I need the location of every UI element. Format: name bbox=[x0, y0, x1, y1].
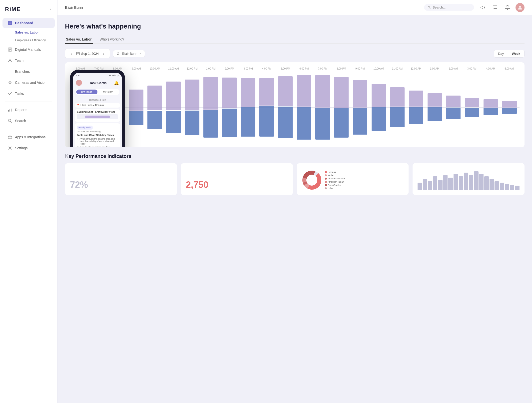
tab-sales-labor[interactable]: Sales vs. Labor bbox=[65, 35, 93, 44]
mini-bar bbox=[510, 185, 515, 190]
timeline-label: 1:00 PM bbox=[201, 67, 220, 70]
bar-top bbox=[484, 99, 498, 108]
phone-task-card: Ready mode 00:28 Hours Remaining Table a… bbox=[75, 123, 120, 147]
sidebar-item-branches[interactable]: Branches bbox=[2, 67, 55, 77]
bar-group bbox=[258, 72, 276, 142]
bell-button[interactable] bbox=[503, 3, 512, 12]
settings-icon bbox=[7, 146, 12, 151]
phone-status-bar: 9:37 ▪▪▪ WiFi ⬡ bbox=[73, 73, 122, 78]
legend-item: Asian/Pacific bbox=[325, 184, 345, 186]
megaphone-button[interactable] bbox=[478, 3, 487, 12]
bar-group bbox=[482, 72, 500, 142]
timeline-label: 7:00 PM bbox=[313, 67, 332, 70]
avatar[interactable] bbox=[516, 3, 525, 12]
timeline-label: 6:00 PM bbox=[295, 67, 314, 70]
kpi-value-2: 2,750 bbox=[186, 180, 288, 190]
megaphone-icon bbox=[480, 5, 485, 10]
sidebar-item-reports[interactable]: Reports bbox=[2, 105, 55, 115]
bar-bottom bbox=[147, 111, 162, 129]
sidebar-item-tasks[interactable]: Tasks bbox=[2, 89, 55, 99]
timeline-label: 11:00 AM bbox=[164, 67, 183, 70]
svg-point-19 bbox=[9, 147, 11, 149]
svg-point-27 bbox=[118, 53, 118, 54]
chat-button[interactable] bbox=[491, 3, 500, 12]
mini-bar bbox=[474, 171, 479, 190]
date-next-button[interactable]: › bbox=[101, 51, 107, 57]
phone-content: Tuesday, 3 Sep 📍 Elixir Bunn - Alhamra E… bbox=[73, 97, 122, 147]
collapse-button[interactable]: ‹ bbox=[49, 6, 52, 13]
svg-rect-1 bbox=[10, 21, 12, 23]
timeline-label: 10:00 AM bbox=[369, 67, 388, 70]
sidebar-item-dashboard[interactable]: Dashboard bbox=[2, 18, 55, 28]
sidebar: RiME ‹ Dashboard Sales vs. Labor Employe… bbox=[0, 0, 57, 403]
reports-icon bbox=[7, 107, 12, 112]
sidebar-item-settings[interactable]: Settings bbox=[2, 143, 55, 153]
search-input[interactable] bbox=[433, 6, 471, 9]
sidebar-sub-item-employees-efficiency[interactable]: Employees Efficiency bbox=[2, 37, 55, 44]
svg-line-17 bbox=[11, 122, 12, 123]
phone-signal: ▪▪▪ WiFi ⬡ bbox=[109, 74, 119, 77]
bar-group bbox=[183, 72, 201, 142]
date-prev-button[interactable]: ‹ bbox=[68, 51, 74, 57]
sidebar-item-apps[interactable]: Apps & Integrations bbox=[2, 132, 55, 142]
bar-top bbox=[409, 91, 423, 107]
mini-bar bbox=[500, 183, 504, 190]
bar-top bbox=[259, 78, 274, 106]
bar-group bbox=[220, 72, 239, 142]
phone-task-checkbox-1[interactable] bbox=[77, 138, 79, 140]
kpi-card-2: 2,750 bbox=[181, 163, 293, 195]
bar-top bbox=[241, 78, 255, 107]
mini-bar bbox=[495, 181, 499, 190]
chart-timeline: 6:00 AM7:00 AM8:00 AM9:00 AM10:00 AM11:0… bbox=[70, 67, 520, 70]
donut-chart bbox=[302, 170, 322, 190]
sidebar-item-team[interactable]: Team bbox=[2, 56, 55, 66]
mini-bar bbox=[469, 175, 474, 190]
donut-chart-area: HispanicWhiteAfrican AmericanAmerican In… bbox=[302, 170, 404, 190]
view-week-button[interactable]: Week bbox=[508, 50, 524, 57]
bar-bottom bbox=[465, 108, 479, 117]
tasks-icon bbox=[7, 91, 12, 96]
phone-shift-indicator bbox=[85, 116, 110, 118]
phone-tab-my-team[interactable]: My Team bbox=[97, 90, 119, 94]
svg-rect-13 bbox=[8, 110, 9, 112]
timeline-label: 5:00 AM bbox=[500, 67, 519, 70]
bar-top bbox=[334, 77, 349, 108]
sidebar-sub-item-sales-labor[interactable]: Sales vs. Labor bbox=[2, 29, 55, 36]
bar-group bbox=[146, 72, 164, 142]
bar-group bbox=[426, 72, 444, 142]
bar-top bbox=[353, 80, 367, 108]
apps-icon bbox=[7, 135, 12, 140]
bar-top bbox=[502, 101, 517, 108]
tab-whos-working[interactable]: Who's working? bbox=[99, 35, 125, 44]
donut-legend: HispanicWhiteAfrican AmericanAmerican In… bbox=[325, 171, 345, 190]
branches-label: Branches bbox=[15, 70, 30, 74]
bar-group bbox=[388, 72, 407, 142]
tasks-label: Tasks bbox=[15, 92, 24, 96]
phone-location: 📍 Elixir Bunn - Alhamra bbox=[75, 103, 120, 108]
header-search-icon bbox=[428, 6, 431, 9]
team-label: Team bbox=[15, 59, 23, 63]
phone-location-icon: 📍 bbox=[76, 104, 79, 107]
timeline-label: 2:00 PM bbox=[220, 67, 239, 70]
view-day-button[interactable]: Day bbox=[494, 50, 508, 57]
phone-task-item-1: Walk through the seating area and test t… bbox=[77, 138, 118, 145]
sidebar-item-cameras[interactable]: Cameras and Vision bbox=[2, 78, 55, 88]
bar-bottom bbox=[409, 107, 423, 124]
phone-task-checkbox-2[interactable] bbox=[77, 146, 79, 147]
search-bar[interactable] bbox=[424, 4, 474, 11]
svg-rect-15 bbox=[11, 109, 11, 112]
sidebar-item-search[interactable]: Search bbox=[2, 116, 55, 126]
dashboard-label: Dashboard bbox=[15, 21, 33, 25]
svg-rect-14 bbox=[9, 109, 10, 112]
header: Elixir Bunn bbox=[57, 0, 532, 15]
sidebar-item-digital-manuals[interactable]: Digintal Manuals bbox=[2, 45, 55, 55]
svg-point-12 bbox=[10, 82, 10, 83]
chart-controls: ‹ Sep 1, 2024 › Elixir Bunn bbox=[65, 49, 525, 58]
bar-group bbox=[370, 72, 388, 142]
location-dropdown[interactable]: Elixir Bunn bbox=[113, 50, 145, 57]
kpi-card-1: 72% bbox=[65, 163, 177, 195]
bar-group bbox=[500, 72, 519, 142]
search-icon bbox=[7, 118, 12, 123]
phone-tab-my-tasks[interactable]: My Tasks bbox=[76, 90, 97, 94]
svg-point-22 bbox=[519, 6, 521, 8]
